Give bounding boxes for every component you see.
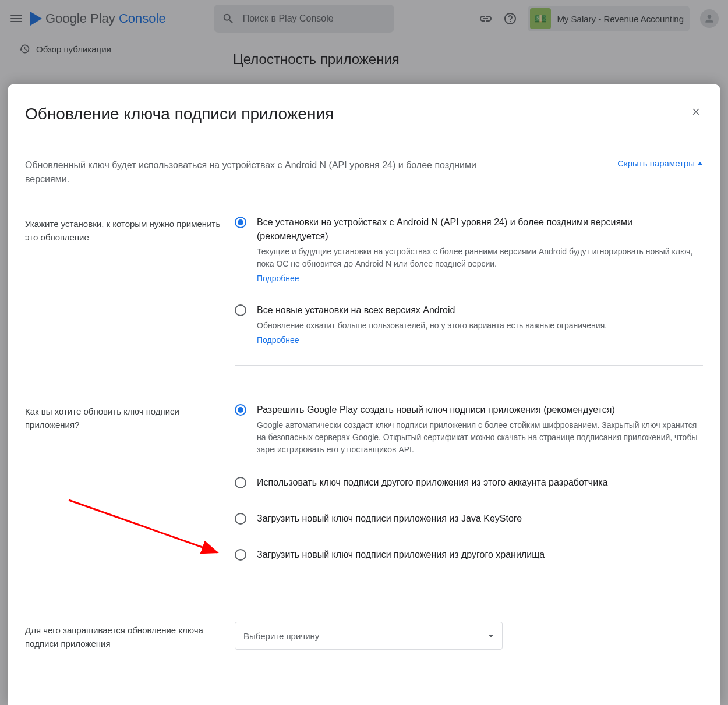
radio-item-google-create: Разрешить Google Play создать новый ключ…: [235, 403, 703, 456]
section-body: Все установки на устройствах с Android N…: [235, 215, 703, 391]
section-installs: Укажите установки, к которым нужно приме…: [25, 215, 703, 391]
radio-input[interactable]: [235, 217, 246, 228]
learn-more-link[interactable]: Подробнее: [257, 274, 299, 283]
close-button[interactable]: [689, 105, 703, 119]
radio-input[interactable]: [235, 304, 246, 316]
section-body: Разрешить Google Play создать новый ключ…: [235, 403, 703, 610]
toggle-label: Скрыть параметры: [617, 158, 695, 168]
radio-item-other-storage: Загрузить новый ключ подписи приложения …: [235, 548, 703, 564]
radio-item-other-app-key: Использовать ключ подписи другого прилож…: [235, 476, 703, 492]
radio-desc: Google автоматически создаст ключ подпис…: [257, 419, 703, 456]
section-label: Укажите установки, к которым нужно приме…: [25, 215, 223, 391]
intro-text: Обновленный ключ будет использоваться на…: [25, 158, 508, 186]
section-label: Для чего запрашивается обновление ключа …: [25, 622, 223, 650]
radio-label: Использовать ключ подписи другого прилож…: [257, 476, 703, 490]
radio-desc: Обновление охватит больше пользователей,…: [257, 320, 703, 332]
radio-desc: Текущие и будущие установки на устройств…: [257, 246, 703, 270]
radio-label: Загрузить новый ключ подписи приложения …: [257, 548, 703, 562]
modal-header: Обновление ключа подписи приложения: [25, 105, 703, 123]
radio-label: Разрешить Google Play создать новый ключ…: [257, 403, 703, 417]
section-key-update: Как вы хотите обновить ключ подписи прил…: [25, 403, 703, 610]
radio-input[interactable]: [235, 477, 246, 488]
toggle-parameters[interactable]: Скрыть параметры: [617, 158, 703, 168]
select-placeholder: Выберите причину: [243, 631, 319, 641]
modal-dialog: Обновление ключа подписи приложения Обно…: [8, 84, 720, 705]
section-label: Как вы хотите обновить ключ подписи прил…: [25, 403, 223, 610]
radio-label: Все новые установки на всех версиях Andr…: [257, 303, 703, 317]
radio-label: Все установки на устройствах с Android N…: [257, 215, 703, 243]
radio-item-java-keystore: Загрузить новый ключ подписи приложения …: [235, 512, 703, 528]
radio-input[interactable]: [235, 513, 246, 525]
intro-row: Обновленный ключ будет использоваться на…: [25, 158, 703, 186]
radio-input[interactable]: [235, 549, 246, 561]
radio-input[interactable]: [235, 404, 246, 416]
radio-label: Загрузить новый ключ подписи приложения …: [257, 512, 703, 526]
radio-item-installs-all: Все новые установки на всех версиях Andr…: [235, 303, 703, 345]
divider: [235, 365, 703, 366]
close-icon: [691, 107, 701, 117]
divider: [235, 584, 703, 584]
chevron-down-icon: [488, 635, 494, 637]
section-reason: Для чего запрашивается обновление ключа …: [25, 622, 703, 650]
section-body: Выберите причину: [235, 622, 703, 650]
learn-more-link[interactable]: Подробнее: [257, 335, 299, 345]
radio-item-installs-recommended: Все установки на устройствах с Android N…: [235, 215, 703, 284]
chevron-up-icon: [697, 162, 703, 165]
reason-select[interactable]: Выберите причину: [235, 622, 503, 650]
modal-title: Обновление ключа подписи приложения: [25, 105, 334, 123]
